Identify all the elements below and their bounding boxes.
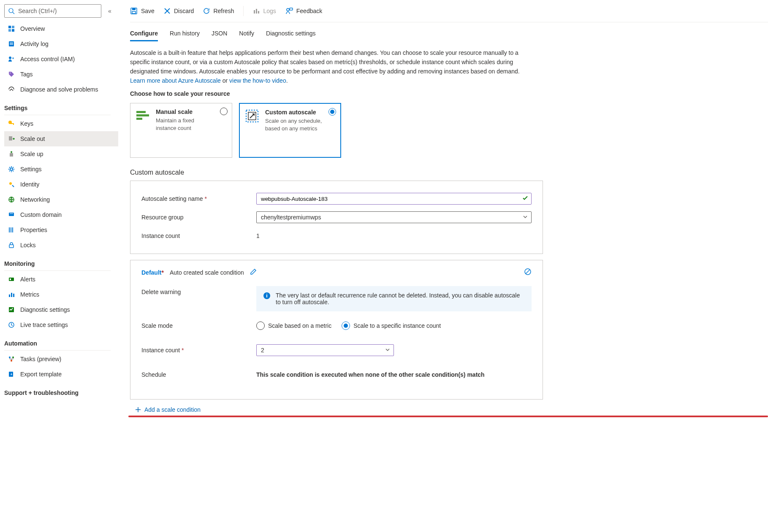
tab-notify[interactable]: Notify bbox=[239, 27, 254, 41]
section-automation-header: Automation bbox=[4, 332, 118, 349]
tab-diagnostic-settings[interactable]: Diagnostic settings bbox=[266, 27, 316, 41]
discard-button[interactable]: Discard bbox=[164, 8, 194, 14]
choose-title: Choose how to scale your resource bbox=[130, 90, 751, 97]
scale-up-icon bbox=[8, 150, 15, 158]
scale-mode-fixed-radio[interactable] bbox=[342, 321, 350, 330]
tab-configure[interactable]: Configure bbox=[130, 27, 158, 41]
nav-settings[interactable]: Settings bbox=[4, 162, 118, 177]
nav-identity[interactable]: Identity bbox=[4, 177, 118, 192]
svg-rect-25 bbox=[9, 245, 14, 248]
export-template-icon bbox=[8, 370, 15, 378]
svg-rect-29 bbox=[11, 293, 12, 297]
custom-autoscale-card[interactable]: Custom autoscale Scale on any schedule, … bbox=[239, 103, 341, 158]
nav-diagnostic-settings[interactable]: Diagnostic settings bbox=[4, 302, 118, 317]
svg-rect-49 bbox=[136, 118, 142, 120]
pencil-icon bbox=[250, 268, 257, 275]
nav-live-trace[interactable]: Live trace settings bbox=[4, 317, 118, 332]
nav-label: Diagnose and solve problems bbox=[20, 86, 98, 93]
collapse-sidebar-button[interactable]: « bbox=[106, 8, 114, 14]
how-to-video-link[interactable]: view the how-to video bbox=[229, 77, 286, 84]
custom-autoscale-icon bbox=[245, 109, 260, 124]
tab-json[interactable]: JSON bbox=[212, 27, 227, 41]
tasks-icon bbox=[8, 355, 15, 363]
save-button[interactable]: Save bbox=[130, 7, 155, 15]
scale-mode-fixed-label: Scale to a specific instance count bbox=[353, 322, 441, 329]
nav-tasks[interactable]: Tasks (preview) bbox=[4, 351, 118, 367]
manual-scale-radio[interactable] bbox=[220, 108, 228, 115]
search-box[interactable] bbox=[4, 4, 101, 18]
plus-icon bbox=[135, 407, 141, 413]
manual-scale-icon bbox=[136, 108, 151, 124]
feedback-button[interactable]: Feedback bbox=[285, 7, 322, 15]
keys-icon bbox=[8, 120, 15, 127]
nav-activity-log[interactable]: Activity log bbox=[4, 36, 118, 51]
svg-rect-16 bbox=[10, 153, 13, 157]
tags-icon bbox=[8, 70, 15, 78]
disable-condition-button[interactable] bbox=[524, 268, 532, 277]
svg-rect-21 bbox=[10, 213, 13, 214]
nav-access-control[interactable]: Access control (IAM) bbox=[4, 51, 118, 67]
svg-rect-28 bbox=[9, 294, 10, 297]
nav-export-template[interactable]: Export template bbox=[4, 367, 118, 382]
nav-keys[interactable]: Keys bbox=[4, 116, 118, 131]
logs-button: Logs bbox=[253, 8, 276, 14]
nav-diagnose[interactable]: Diagnose and solve problems bbox=[4, 82, 118, 97]
custom-autoscale-heading: Custom autoscale bbox=[130, 169, 751, 176]
nav-custom-domain[interactable]: Custom domain bbox=[4, 207, 118, 222]
manual-scale-card[interactable]: Manual scale Maintain a fixed instance c… bbox=[130, 103, 232, 158]
custom-autoscale-radio[interactable] bbox=[328, 108, 336, 116]
svg-rect-7 bbox=[10, 43, 13, 43]
feedback-label: Feedback bbox=[296, 8, 322, 14]
svg-line-53 bbox=[526, 270, 530, 274]
svg-rect-39 bbox=[132, 11, 136, 14]
svg-rect-26 bbox=[9, 278, 14, 281]
nav-scale-up[interactable]: Scale up bbox=[4, 146, 118, 162]
svg-point-11 bbox=[10, 73, 11, 73]
svg-point-34 bbox=[12, 356, 14, 358]
chevron-down-icon bbox=[385, 347, 390, 354]
svg-rect-47 bbox=[136, 111, 146, 113]
svg-rect-14 bbox=[13, 123, 14, 125]
svg-point-0 bbox=[9, 8, 13, 13]
edit-condition-button[interactable] bbox=[250, 268, 257, 276]
section-support-header: Support + troubleshooting bbox=[4, 382, 118, 399]
svg-line-1 bbox=[13, 12, 14, 14]
svg-rect-5 bbox=[12, 29, 14, 32]
svg-point-17 bbox=[10, 168, 13, 170]
activity-log-icon bbox=[8, 40, 15, 48]
learn-more-link[interactable]: Learn more about Azure Autoscale bbox=[130, 77, 221, 84]
nav-alerts[interactable]: Alerts bbox=[4, 272, 118, 287]
refresh-icon bbox=[203, 8, 210, 14]
toolbar: Save Discard Refresh Logs Feedback bbox=[130, 0, 751, 22]
cond-instance-count-select[interactable]: 2 bbox=[256, 344, 394, 356]
tab-run-history[interactable]: Run history bbox=[170, 27, 200, 41]
scale-condition-panel: Default* Auto created scale condition De… bbox=[130, 260, 543, 400]
section-settings-header: Settings bbox=[4, 97, 118, 114]
svg-point-35 bbox=[11, 360, 12, 362]
svg-rect-44 bbox=[258, 11, 259, 14]
nav-label: Properties bbox=[20, 227, 47, 233]
scale-mode-label: Scale mode bbox=[141, 322, 256, 329]
instance-count-value: 1 bbox=[256, 232, 260, 239]
nav-scale-out[interactable]: Scale out bbox=[4, 131, 118, 146]
resource-group-select[interactable]: chenyltestpremiumwps bbox=[256, 211, 532, 223]
nav-label: Tags bbox=[20, 71, 33, 78]
nav-networking[interactable]: Networking bbox=[4, 192, 118, 207]
nav-properties[interactable]: Properties bbox=[4, 222, 118, 238]
instance-count-label: Instance count bbox=[141, 232, 256, 239]
condition-subtitle: Auto created scale condition bbox=[170, 269, 244, 276]
add-scale-condition-button[interactable]: Add a scale condition bbox=[135, 406, 751, 413]
refresh-button[interactable]: Refresh bbox=[203, 8, 234, 14]
svg-rect-55 bbox=[266, 295, 267, 297]
scale-mode-metric-radio[interactable] bbox=[256, 321, 265, 330]
scale-out-icon bbox=[8, 135, 15, 143]
nav-overview[interactable]: Overview bbox=[4, 21, 118, 36]
svg-point-33 bbox=[9, 356, 11, 358]
nav-tags[interactable]: Tags bbox=[4, 67, 118, 82]
search-input[interactable] bbox=[17, 7, 98, 15]
nav-locks[interactable]: Locks bbox=[4, 238, 118, 253]
svg-point-45 bbox=[287, 8, 289, 11]
save-label: Save bbox=[141, 8, 155, 14]
setting-name-input[interactable] bbox=[256, 193, 532, 205]
nav-metrics[interactable]: Metrics bbox=[4, 287, 118, 302]
